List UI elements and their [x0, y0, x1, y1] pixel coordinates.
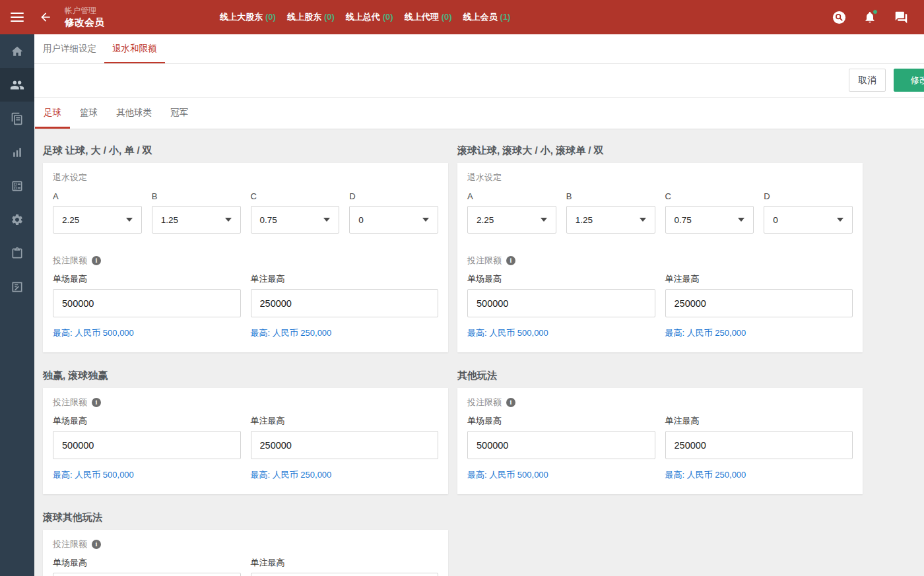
limit-field-per-bet: 单注最高 最高: 人民币 250,000 — [665, 416, 853, 480]
sport-tab-football[interactable]: 足球 — [35, 98, 70, 129]
sidebar-item-notes[interactable] — [0, 270, 34, 304]
limit-caption: 最高: 人民币 500,000 — [53, 470, 241, 480]
tab-rebate-limit[interactable]: 退水和限额 — [104, 34, 165, 63]
section-title: 滚球让球, 滚球大 / 小, 滚球单 / 双 — [457, 144, 863, 157]
sidebar-item-home[interactable] — [0, 34, 34, 68]
empty-column — [457, 511, 863, 576]
caret-down-icon — [541, 218, 547, 222]
breadcrumb: 帐户管理 — [65, 6, 104, 16]
max-per-bet-input[interactable] — [251, 431, 439, 459]
ballot-icon — [11, 179, 24, 193]
tab-user-detail[interactable]: 用户详细设定 — [35, 34, 104, 63]
max-per-match-input[interactable] — [53, 431, 241, 459]
limit-label: 单场最高 — [53, 274, 241, 284]
rebate-select-c[interactable]: 0.75 — [251, 206, 340, 234]
sidebar-item-settings[interactable] — [0, 203, 34, 236]
info-icon[interactable] — [92, 256, 101, 265]
limit-caption: 最高: 人民币 250,000 — [665, 328, 853, 338]
rebate-select-b[interactable]: 1.25 — [152, 206, 241, 234]
sidebar-item-accounts[interactable] — [0, 68, 34, 102]
limit-caption: 最高: 人民币 250,000 — [665, 470, 853, 480]
section-other-plays: 其他玩法 投注限额 单场最高 最高: 人民币 500,000 单注最高 — [457, 369, 863, 494]
nav-online-master-agent[interactable]: 线上总代(0) — [346, 11, 393, 23]
rebate-label: B — [566, 191, 655, 202]
home-icon — [11, 45, 24, 58]
bet-limit-label: 投注限额 — [53, 539, 87, 550]
search-button[interactable] — [832, 10, 846, 24]
nav-online-agent[interactable]: 线上代理(0) — [405, 11, 452, 23]
info-icon[interactable] — [506, 256, 515, 265]
title-block: 帐户管理 修改会员 — [65, 6, 104, 28]
section-card: 退水设定 A 2.25 B 1.25 — [457, 163, 863, 352]
info-icon[interactable] — [506, 398, 515, 407]
rebate-select-d[interactable]: 0 — [349, 206, 438, 234]
sidebar-item-lists[interactable] — [0, 169, 34, 203]
rebate-select-d[interactable]: 0 — [764, 206, 853, 234]
max-per-match-input[interactable] — [467, 289, 655, 317]
sidebar-item-clipboard[interactable] — [0, 236, 34, 270]
main-tabbar: 用户详细设定 退水和限额 — [34, 34, 924, 64]
bet-limit-label: 投注限额 — [53, 397, 87, 408]
cancel-button[interactable]: 取消 — [849, 69, 886, 92]
sport-tabbar: 足球 篮球 其他球类 冠军 — [34, 97, 924, 129]
nav-online-major-shareholder[interactable]: 线上大股东(0) — [220, 11, 276, 23]
nav-online-shareholder[interactable]: 线上股东(0) — [287, 11, 335, 23]
nav-label: 线上股东 — [287, 12, 321, 22]
select-value: 2.25 — [62, 215, 79, 225]
caret-down-icon — [126, 218, 133, 222]
max-per-match-input[interactable] — [467, 431, 655, 459]
limit-label: 单注最高 — [665, 274, 853, 284]
bet-limit-label: 投注限额 — [467, 255, 502, 266]
section-card: 投注限额 单场最高 最高: 人民币 500,000 单注最高 最高: 人民币 2 — [43, 388, 448, 494]
rebate-select-b[interactable]: 1.25 — [566, 206, 655, 234]
bet-limit-head: 投注限额 — [467, 397, 853, 408]
messages-button[interactable] — [894, 10, 908, 24]
rebate-select-c[interactable]: 0.75 — [665, 206, 754, 234]
clipboard-icon — [11, 247, 24, 260]
sidebar — [0, 34, 34, 576]
limit-label: 单注最高 — [251, 274, 439, 284]
back-button[interactable] — [34, 0, 57, 34]
limit-field-per-bet: 单注最高 最高: 人民币 250,000 — [251, 274, 439, 338]
sport-tab-basketball[interactable]: 篮球 — [71, 98, 106, 129]
limit-label: 单场最高 — [53, 416, 241, 426]
select-value: 0 — [773, 215, 778, 225]
rebate-label: D — [764, 191, 853, 202]
nav-label: 线上大股东 — [220, 12, 263, 22]
nav-count: (0) — [383, 12, 393, 22]
rebate-select-a[interactable]: 2.25 — [467, 206, 556, 234]
limit-field-per-match: 单场最高 最高: 人民币 500,000 — [467, 274, 655, 338]
notifications-button[interactable] — [863, 10, 877, 24]
rebate-field-b: B 1.25 — [566, 191, 655, 234]
sport-tab-champion[interactable]: 冠军 — [162, 98, 197, 129]
sport-tab-other-balls[interactable]: 其他球类 — [108, 98, 160, 129]
nav-count: (0) — [442, 12, 452, 22]
nav-online-member[interactable]: 线上会员(1) — [463, 11, 511, 23]
limit-field-per-match: 单场最高 — [53, 558, 241, 576]
max-per-bet-input[interactable] — [251, 289, 439, 317]
sidebar-item-stats[interactable] — [0, 135, 34, 169]
max-per-match-input[interactable] — [53, 573, 241, 576]
info-icon[interactable] — [92, 398, 101, 407]
rebate-select-a[interactable]: 2.25 — [53, 206, 142, 234]
info-icon[interactable] — [92, 540, 101, 549]
users-icon — [10, 78, 24, 92]
submit-button[interactable]: 修改 — [894, 69, 924, 92]
limits-grid: 单场最高 单注最高 — [53, 558, 438, 576]
caret-down-icon — [225, 218, 232, 222]
limit-label: 单场最高 — [467, 274, 655, 284]
limit-field-per-bet: 单注最高 最高: 人民币 250,000 — [251, 416, 439, 480]
arrow-left-icon — [39, 11, 52, 24]
max-per-bet-input[interactable] — [251, 573, 439, 576]
sidebar-item-reports[interactable] — [0, 102, 34, 135]
header-icons — [832, 0, 908, 34]
hamburger-menu-button[interactable] — [0, 0, 34, 34]
section-card: 投注限额 单场最高 单注最高 — [43, 530, 448, 576]
max-per-bet-input[interactable] — [665, 289, 853, 317]
rebate-grid: A 2.25 B 1.25 — [53, 191, 438, 234]
limits-grid: 单场最高 最高: 人民币 500,000 单注最高 最高: 人民币 250,00… — [53, 416, 438, 480]
select-value: 0.75 — [260, 215, 277, 225]
rebate-field-a: A 2.25 — [467, 191, 556, 234]
max-per-bet-input[interactable] — [665, 431, 853, 459]
max-per-match-input[interactable] — [53, 289, 241, 317]
